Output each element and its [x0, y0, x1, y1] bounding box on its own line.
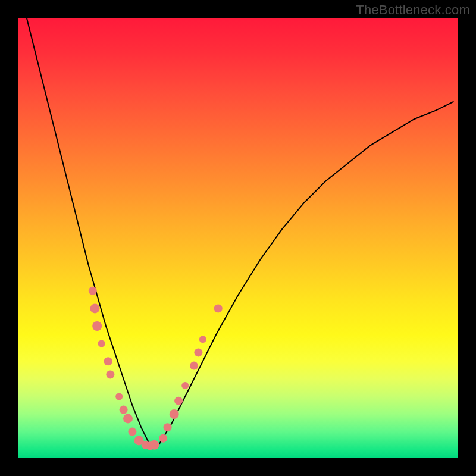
data-point [199, 336, 206, 343]
data-point [190, 362, 198, 370]
data-point [98, 340, 105, 347]
data-point [170, 409, 179, 419]
data-point [214, 304, 223, 312]
bottleneck-curve-svg [18, 18, 458, 458]
data-point [120, 406, 128, 414]
data-point [159, 434, 167, 443]
data-point [115, 393, 123, 400]
data-point [90, 303, 100, 313]
plot-area [18, 18, 458, 458]
data-point [174, 397, 183, 405]
data-point [89, 287, 97, 295]
bottleneck-curve [27, 18, 454, 445]
data-point [104, 357, 112, 365]
watermark-brand: TheBottleneck.com [356, 2, 470, 18]
data-point [106, 370, 114, 378]
chart-frame: TheBottleneck.com [0, 0, 476, 476]
data-point [128, 428, 136, 436]
data-point [164, 423, 172, 431]
data-point [181, 382, 189, 389]
data-point [194, 348, 202, 356]
data-point [92, 321, 102, 331]
data-point [149, 440, 159, 450]
data-point [123, 414, 133, 423]
